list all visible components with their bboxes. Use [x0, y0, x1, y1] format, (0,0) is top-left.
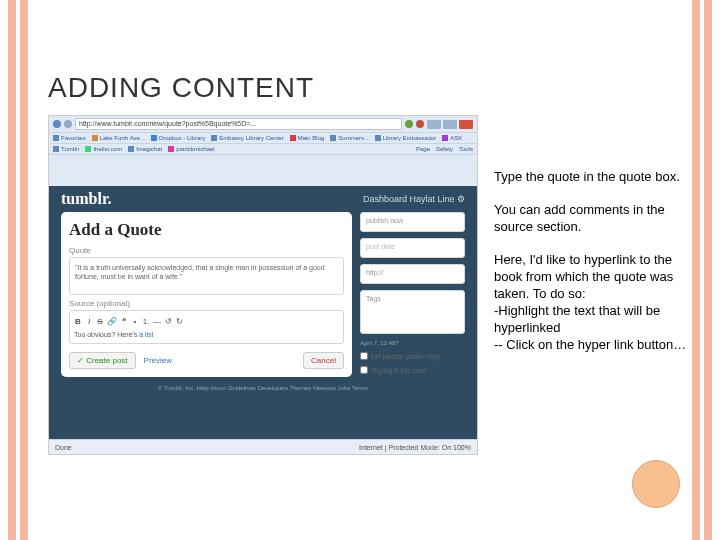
status-left: Done — [55, 444, 72, 451]
bookmark-item[interactable]: Library Embassador — [375, 135, 437, 141]
italic-button[interactable]: I — [85, 317, 93, 326]
stop-icon[interactable] — [416, 120, 424, 128]
photo-reply-checkbox[interactable]: Let people photo reply — [360, 352, 465, 360]
bookmark-item[interactable]: Embassy Library Center — [211, 135, 283, 141]
bookmark-item[interactable]: Lake Forth Ave... — [92, 135, 145, 141]
minimize-button[interactable] — [427, 120, 441, 129]
preview-link[interactable]: Preview — [144, 356, 172, 365]
tumblr-logo[interactable]: tumblr. — [61, 190, 112, 208]
browser-screenshot: http://www.tumblr.com/new/quote?post%5Bq… — [48, 115, 478, 455]
url-input[interactable]: http:// — [360, 264, 465, 284]
bookmark-item[interactable]: ASK — [442, 135, 462, 141]
hr-button[interactable]: — — [153, 317, 161, 326]
publish-select[interactable]: publish now — [360, 212, 465, 232]
bookmark-item[interactable]: Dropbox - Library — [151, 135, 205, 141]
bullet-button[interactable]: • — [131, 317, 139, 326]
forward-icon[interactable] — [64, 120, 72, 128]
note-paragraph: Type the quote in the quote box. — [494, 168, 689, 185]
slide-notes: Type the quote in the quote box. You can… — [494, 168, 689, 369]
bookmarks-bar-2: Tumblr thelist.com Imagichat patrickmich… — [49, 144, 477, 155]
bookmark-item[interactable]: Favorites — [53, 135, 86, 141]
create-post-button[interactable]: ✓ Create post — [69, 352, 136, 369]
quote-input[interactable]: "It is a truth universally acknowledged,… — [69, 257, 344, 295]
slide: ADDING CONTENT http://www.tumblr.com/new… — [0, 0, 720, 540]
button-row: ✓ Create post Preview Cancel — [69, 352, 344, 369]
side-panel: publish now post date http:// Tags April… — [360, 212, 465, 377]
decor-bar-right-1 — [704, 0, 712, 540]
decor-bar-left-1 — [8, 0, 16, 540]
note-paragraph: You can add comments in the source secti… — [494, 201, 689, 235]
toolbar-menu[interactable]: Tools — [459, 146, 473, 152]
bold-button[interactable]: B — [74, 317, 82, 326]
source-text[interactable]: Too obvious? Here's a list — [73, 329, 340, 340]
maximize-button[interactable] — [443, 120, 457, 129]
toolbar-menu[interactable]: Safety — [436, 146, 453, 152]
address-bar[interactable]: http://www.tumblr.com/new/quote?post%5Bq… — [75, 118, 402, 130]
numlist-button[interactable]: 1. — [142, 317, 150, 326]
decor-bar-right-2 — [692, 0, 700, 540]
browser-titlebar: http://www.tumblr.com/new/quote?post%5Bq… — [49, 116, 477, 133]
source-label: Source (optional) — [69, 299, 344, 308]
undo-button[interactable]: ↺ — [164, 317, 172, 326]
panel-title: Add a Quote — [69, 220, 344, 240]
bookmarks-bar: Favorites Lake Forth Ave... Dropbox - Li… — [49, 133, 477, 144]
tumblr-content: Add a Quote Quote "It is a truth univers… — [49, 212, 477, 377]
bookmark-item[interactable]: patrickmichael — [168, 146, 214, 152]
bookmark-item[interactable]: Summerv... — [330, 135, 368, 141]
decor-bar-left-2 — [20, 0, 28, 540]
tumblr-footer[interactable]: © Tumblr, Inc. Help About Guidelines Dev… — [49, 377, 477, 399]
highlight-checkbox[interactable]: Highlight this post — [360, 366, 465, 374]
quote-label: Quote — [69, 246, 344, 255]
quote-panel: Add a Quote Quote "It is a truth univers… — [61, 212, 352, 377]
decor-circle — [632, 460, 680, 508]
redo-button[interactable]: ↻ — [175, 317, 183, 326]
source-editor[interactable]: B I S 🔗 ❝ • 1. — ↺ ↻ Too obvious? Here's… — [69, 310, 344, 344]
tumblr-header: tumblr. Dashboard Haylat Line ⚙ — [49, 186, 477, 212]
bookmark-item[interactable]: thelist.com — [85, 146, 122, 152]
bookmark-item[interactable]: Main Blog — [290, 135, 325, 141]
back-icon[interactable] — [53, 120, 61, 128]
editor-toolbar: B I S 🔗 ❝ • 1. — ↺ ↻ — [73, 314, 340, 329]
note-paragraph: Here, I'd like to hyperlink to the book … — [494, 251, 689, 353]
side-date: April 7, 12:48? — [360, 340, 465, 346]
cancel-button[interactable]: Cancel — [303, 352, 344, 369]
browser-statusbar: Done Internet | Protected Mode: On 100% — [49, 439, 477, 454]
window-buttons — [427, 120, 473, 129]
strike-button[interactable]: S — [96, 317, 104, 326]
status-right: Internet | Protected Mode: On 100% — [359, 444, 471, 451]
bookmark-item[interactable]: Imagichat — [128, 146, 162, 152]
close-button[interactable] — [459, 120, 473, 129]
tags-input[interactable]: Tags — [360, 290, 465, 334]
tumblr-nav[interactable]: Dashboard Haylat Line ⚙ — [363, 194, 465, 204]
source-link[interactable]: a list — [139, 331, 153, 338]
bookmark-item[interactable]: Tumblr — [53, 146, 79, 152]
quote-button[interactable]: ❝ — [120, 317, 128, 326]
slide-title: ADDING CONTENT — [48, 72, 314, 104]
browser-chrome: http://www.tumblr.com/new/quote?post%5Bq… — [49, 116, 477, 186]
toolbar-menu[interactable]: Page — [416, 146, 430, 152]
link-button[interactable]: 🔗 — [107, 317, 117, 326]
refresh-icon[interactable] — [405, 120, 413, 128]
post-date-input[interactable]: post date — [360, 238, 465, 258]
